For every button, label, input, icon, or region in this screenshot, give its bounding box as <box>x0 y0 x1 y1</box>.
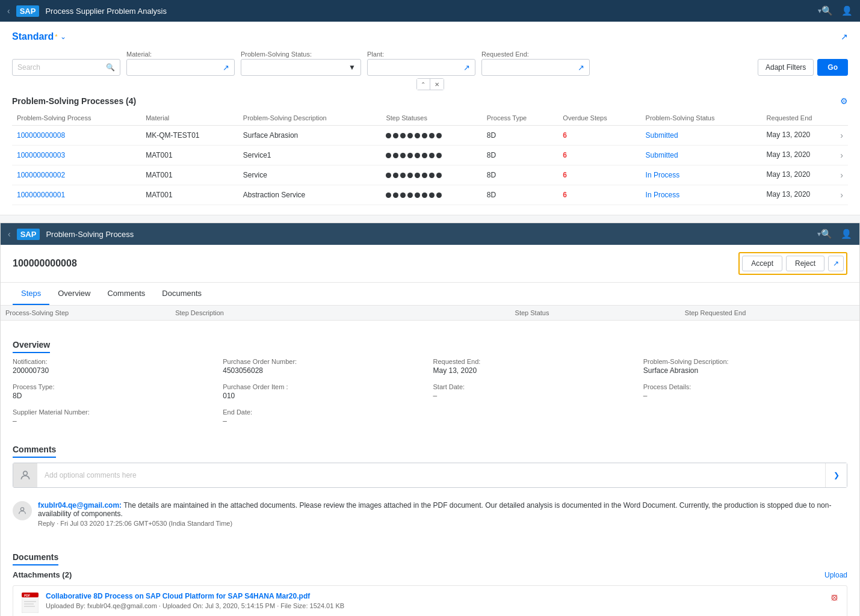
material-input[interactable]: ↗ <box>126 59 235 76</box>
table-row[interactable]: 100000000008 MK-QM-TEST01 Surface Abrasi… <box>12 126 848 146</box>
col-description: Problem-Solving Description <box>238 111 382 126</box>
status-group: Problem-Solving Status: ▼ <box>241 51 361 76</box>
tab-overview[interactable]: Overview <box>49 283 99 305</box>
adapt-filters-button[interactable]: Adapt Filters <box>758 59 814 76</box>
table-row[interactable]: 100000000003 MAT001 Service1 8D 6 Submit… <box>12 146 848 165</box>
cell-description: Service1 <box>238 146 382 165</box>
notification-label: Notification: <box>13 358 217 365</box>
cell-material: MK-QM-TEST01 <box>141 126 238 146</box>
accept-button[interactable]: Accept <box>742 256 782 271</box>
cell-step-statuses <box>381 165 481 185</box>
tab-comments[interactable]: Comments <box>99 283 153 305</box>
comment-text: The details are maintained in the attach… <box>38 501 831 518</box>
collapse-buttons: ⌃ ✕ <box>416 78 444 90</box>
end-date-label: End Date: <box>223 408 427 416</box>
comment-input[interactable]: Add optional comments here <box>37 463 825 487</box>
second-nav-icons: 🔍 👤 <box>821 229 852 239</box>
material-group: Material: ↗ <box>126 51 235 76</box>
back-arrow-icon[interactable]: ‹ <box>7 6 10 16</box>
plant-filter-icon[interactable]: ↗ <box>463 63 470 72</box>
first-window: Standard * ⌄ ↗ Search 🔍 Material: ↗ Prob… <box>0 22 860 215</box>
search-icon[interactable]: 🔍 <box>821 5 833 16</box>
standard-title[interactable]: Standard <box>12 31 54 42</box>
cell-status: Submitted <box>641 146 762 165</box>
cell-process-type: 8D <box>482 165 558 185</box>
start-date-label: Start Date: <box>433 383 637 390</box>
cell-description: Service <box>238 165 382 185</box>
col-material: Material <box>141 111 238 126</box>
table-title: Problem-Solving Processes (4) <box>12 96 136 106</box>
upload-link[interactable]: Upload <box>824 571 847 579</box>
nav-icons: 🔍 👤 <box>821 5 853 16</box>
collapse-clear-button[interactable]: ✕ <box>430 79 444 90</box>
standard-chevron[interactable]: ⌄ <box>60 32 66 41</box>
col-status: Problem-Solving Status <box>641 111 762 126</box>
second-app-title: Problem-Solving Process <box>46 230 815 239</box>
purchase-order-number-field: Purchase Order Number: 4503056028 <box>223 358 427 375</box>
table-header-row: Problem-Solving Processes (4) ⚙ <box>12 96 848 106</box>
purchase-order-item-field: Purchase Order Item : 010 <box>223 383 427 400</box>
second-back-arrow[interactable]: ‹ <box>8 229 11 239</box>
tab-steps[interactable]: Steps <box>13 283 49 305</box>
cell-overdue: 6 <box>558 146 640 165</box>
cell-req-end: May 13, 2020 › <box>762 146 848 165</box>
cell-status: In Process <box>641 165 762 185</box>
end-date-field: End Date: – <box>223 408 427 425</box>
cell-process: 100000000002 <box>12 165 141 185</box>
process-details-label: Process Details: <box>643 383 847 390</box>
comment-avatar-placeholder <box>13 463 37 487</box>
table-row[interactable]: 100000000002 MAT001 Service 8D 6 In Proc… <box>12 165 848 185</box>
req-end-input[interactable]: ↗ <box>481 59 590 76</box>
search-icon-input[interactable]: 🔍 <box>106 63 115 72</box>
plant-input[interactable]: ↗ <box>367 59 475 76</box>
req-end-filter-icon[interactable]: ↗ <box>578 63 584 72</box>
status-input[interactable]: ▼ <box>241 59 361 76</box>
external-button[interactable]: ↗ <box>828 256 844 271</box>
reject-button[interactable]: Reject <box>786 256 824 271</box>
table-settings-icon[interactable]: ⚙ <box>840 96 848 106</box>
comment-item: fxublr04.qe@gmail.com: The details are m… <box>13 495 847 533</box>
svg-point-0 <box>23 471 28 475</box>
notification-field: Notification: 200000730 <box>13 358 217 375</box>
pdf-filename[interactable]: Collaborative 8D Process on SAP Cloud Pl… <box>46 592 825 600</box>
steps-col-end: Step Requested End <box>685 309 855 316</box>
svg-text:PDF: PDF <box>24 594 30 597</box>
comment-send-button[interactable]: ❯ <box>825 463 847 487</box>
cell-process: 100000000003 <box>12 146 141 165</box>
process-type-value: 8D <box>13 392 217 400</box>
documents-section: Documents Attachments (2) Upload PDF <box>13 543 847 616</box>
status-label: Problem-Solving Status: <box>241 51 361 58</box>
col-req-end: Requested End <box>762 111 848 126</box>
cell-material: MAT001 <box>141 165 238 185</box>
table-header: Problem-Solving Process Material Problem… <box>12 111 848 126</box>
steps-col-status: Step Status <box>515 309 685 316</box>
pdf-remove-icon[interactable]: ⦻ <box>830 592 840 603</box>
filter-row: Search 🔍 Material: ↗ Problem-Solving Sta… <box>12 51 848 76</box>
overview-section-title: Overview <box>13 340 50 353</box>
second-search-icon[interactable]: 🔍 <box>821 229 832 239</box>
cell-material: MAT001 <box>141 185 238 205</box>
go-button[interactable]: Go <box>817 59 848 76</box>
plant-label: Plant: <box>367 51 475 58</box>
second-user-icon[interactable]: 👤 <box>841 229 852 239</box>
user-icon[interactable]: 👤 <box>841 5 853 16</box>
cell-status: In Process <box>641 185 762 205</box>
start-date-value: – <box>433 392 637 400</box>
tab-documents[interactable]: Documents <box>153 283 210 305</box>
status-dropdown-icon[interactable]: ▼ <box>348 63 356 72</box>
cell-overdue: 6 <box>558 185 640 205</box>
material-filter-icon[interactable]: ↗ <box>223 63 229 72</box>
search-group: Search 🔍 <box>12 59 120 76</box>
commenter-email: fxublr04.qe@gmail.com: <box>38 501 122 510</box>
search-input[interactable]: Search 🔍 <box>12 59 120 76</box>
comment-input-area: Add optional comments here ❯ <box>13 463 847 488</box>
collapse-up-button[interactable]: ⌃ <box>417 79 430 90</box>
cell-overdue: 6 <box>558 126 640 146</box>
cell-process-type: 8D <box>482 126 558 146</box>
second-nav-bar: ‹ SAP Problem-Solving Process ▾ 🔍 👤 <box>1 223 859 245</box>
pdf-meta: Uploaded By: fxublr04.qe@gmail.com · Upl… <box>46 602 825 609</box>
process-type-field: Process Type: 8D <box>13 383 217 400</box>
table-row[interactable]: 100000000001 MAT001 Abstraction Service … <box>12 185 848 205</box>
external-link-icon[interactable]: ↗ <box>841 32 848 42</box>
cell-process: 100000000001 <box>12 185 141 205</box>
